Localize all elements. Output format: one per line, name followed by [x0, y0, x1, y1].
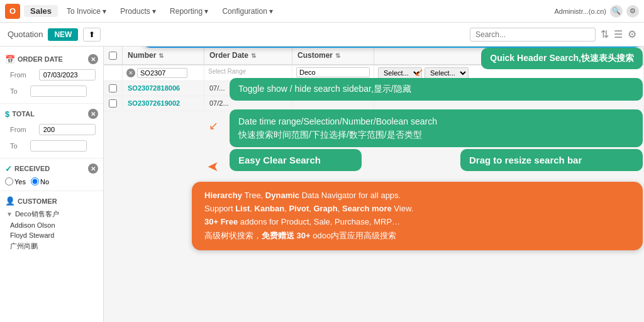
th-number[interactable]: Number ⇅ [123, 47, 204, 64]
td-orderdate-2: 07/2... [204, 96, 292, 111]
row-checkbox-2[interactable] [109, 99, 117, 108]
td-customer-2 [292, 96, 374, 111]
number-sort-icon: ⇅ [158, 52, 164, 59]
nav-item-reporting[interactable]: Reporting ▾ [165, 6, 213, 17]
search-input[interactable] [470, 28, 596, 42]
select-all-checkbox[interactable] [109, 52, 117, 60]
orderdate-filter-placeholder: Select Range [208, 68, 246, 75]
sidebar-section-customer: 👤 CUSTOMER ▼ Deco销售客户 Addison Olson Floy… [0, 194, 103, 252]
search-icon[interactable]: 🔍 [610, 5, 623, 18]
order-date-clear[interactable]: ✕ [88, 54, 98, 64]
sidebar-section-order-date: 📅 ORDER DATE ✕ From To [0, 52, 103, 99]
to-label: To [5, 87, 23, 96]
filter-orderdate: Select Range [204, 65, 292, 80]
upload-button[interactable]: ⬆ [83, 28, 101, 42]
main-area: 📅 ORDER DATE ✕ From To $ TOTAL ✕ From [0, 47, 644, 322]
td-customer-1 [292, 81, 374, 96]
customer-parent-label: Deco销售客户 [15, 209, 59, 219]
green-bubble-easy-clear: Easy Clear Search [230, 149, 362, 171]
th-rest: ⇅ [374, 47, 644, 64]
received-icon: ✓ [5, 164, 12, 174]
green-bubble-datetime: Date time range/Selection/Number/Boolean… [230, 109, 643, 147]
filter-select-1[interactable]: Select... [378, 67, 422, 79]
sidebar-section-total: $ TOTAL ✕ From To [0, 106, 103, 154]
number-filter-input[interactable] [137, 68, 187, 78]
nav-sales[interactable]: Sales [24, 5, 58, 17]
customer-item-1[interactable]: Addison Olson [0, 220, 103, 230]
customer-item-3[interactable]: 广州尚鹏 [0, 240, 103, 252]
total-icon: $ [5, 109, 9, 119]
received-clear[interactable]: ✕ [88, 164, 98, 174]
table-row: SO23072619002 07/2... [104, 96, 644, 111]
sidebar: 📅 ORDER DATE ✕ From To $ TOTAL ✕ From [0, 47, 104, 322]
table-row: SO23072818006 07/... [104, 81, 644, 96]
customer-header: 👤 CUSTOMER [0, 194, 103, 208]
top-bar-right: Administr...(o.cn) 🔍 ⚙ [554, 5, 639, 18]
settings2-icon[interactable]: ⚙ [628, 28, 636, 40]
customer-parent-item[interactable]: ▼ Deco销售客户 [0, 208, 103, 220]
order-date-label: ORDER DATE [18, 55, 63, 63]
received-header: ✓ RECEIVED ✕ [0, 161, 103, 176]
settings-icon[interactable]: ⚙ [626, 5, 639, 18]
total-clear[interactable]: ✕ [88, 109, 98, 119]
th-orderdate[interactable]: Order Date ⇅ [204, 47, 292, 64]
total-from-input[interactable] [39, 124, 96, 135]
total-header: $ TOTAL ✕ [0, 106, 103, 121]
received-no-radio[interactable] [31, 177, 39, 186]
td-checkbox-2[interactable] [104, 96, 123, 111]
th-customer[interactable]: Customer ⇅ [292, 47, 374, 64]
user-label: Administr...(o.cn) [554, 8, 606, 15]
orange-line-3: 30+ Free addons for Product, Sale, Purch… [204, 217, 630, 226]
received-radio-group: Yes No [0, 176, 103, 187]
total-to-label: To [5, 142, 23, 150]
second-bar: Quotation NEW ⬆ ⇅ ☰ ⚙ [0, 23, 644, 47]
nav-item-invoice[interactable]: To Invoice ▾ [62, 6, 111, 17]
received-no-label[interactable]: No [31, 177, 49, 186]
order-date-icon: 📅 [5, 55, 15, 64]
customer-item-2[interactable]: Floyd Steward [0, 230, 103, 240]
order-date-from-input[interactable] [39, 69, 96, 80]
top-bar: O Sales To Invoice ▾ Products ▾ Reportin… [0, 0, 644, 23]
filter-customer [292, 65, 374, 80]
nav-item-products[interactable]: Products ▾ [115, 6, 161, 17]
td-checkbox-1[interactable] [104, 81, 123, 96]
td-orderdate-1: 07/... [204, 81, 292, 96]
arrow-left-2: ↙ [209, 119, 218, 133]
total-to-input[interactable] [30, 140, 87, 152]
filter-rest: Select... Select... [374, 65, 644, 80]
td-number-1[interactable]: SO23072818006 [123, 81, 204, 96]
filter-select-2[interactable]: Select... [425, 67, 469, 79]
filter-number: ✕ [123, 65, 204, 80]
td-rest-2 [374, 96, 644, 111]
orange-line-4: 高级树状搜索，免费赠送 30+ odoo内置应用高级搜索 [204, 230, 630, 242]
arrow-left-1: ➤ [208, 158, 219, 175]
header-filter-icon[interactable]: ⇅ [631, 50, 638, 60]
customer-filter-input[interactable] [296, 67, 370, 77]
new-button[interactable]: NEW [48, 28, 78, 41]
arrow-down-icon: ▼ [6, 211, 13, 218]
group-icon[interactable]: ☰ [614, 28, 623, 40]
table-header: Number ⇅ Order Date ⇅ Customer ⇅ ⇅ [104, 47, 644, 65]
table-area: Number ⇅ Order Date ⇅ Customer ⇅ ⇅ ✕ [104, 47, 644, 322]
customer-icon: 👤 [5, 196, 15, 206]
filter-checkbox [104, 65, 123, 80]
breadcrumb: Quotation [8, 30, 43, 39]
received-label: RECEIVED [14, 165, 50, 172]
order-date-to-input[interactable] [30, 86, 87, 97]
orange-line-2: Support List, Kanban, Pivot, Graph, Sear… [204, 204, 630, 213]
td-number-2[interactable]: SO23072619002 [123, 96, 204, 111]
received-yes-radio[interactable] [5, 177, 13, 186]
customer-sort-icon: ⇅ [335, 52, 340, 59]
orange-bubble: Hierarchy Tree, Dynamic Data Navigator f… [192, 182, 643, 250]
row-checkbox-1[interactable] [109, 84, 117, 92]
filter-row: ✕ Select Range Select... Select... [104, 65, 644, 81]
orange-line-1: Hierarchy Tree, Dynamic Data Navigator f… [204, 191, 630, 200]
nav-item-configuration[interactable]: Configuration ▾ [217, 6, 278, 17]
orderdate-sort-icon: ⇅ [251, 52, 256, 59]
received-yes-label[interactable]: Yes [5, 177, 26, 186]
number-filter-clear[interactable]: ✕ [126, 69, 135, 77]
green-bubble-drag-resize: Drag to resize search bar [460, 149, 643, 171]
filter-icon[interactable]: ⇅ [601, 28, 609, 40]
total-from-label: From [5, 125, 31, 134]
th-checkbox[interactable] [104, 47, 123, 64]
